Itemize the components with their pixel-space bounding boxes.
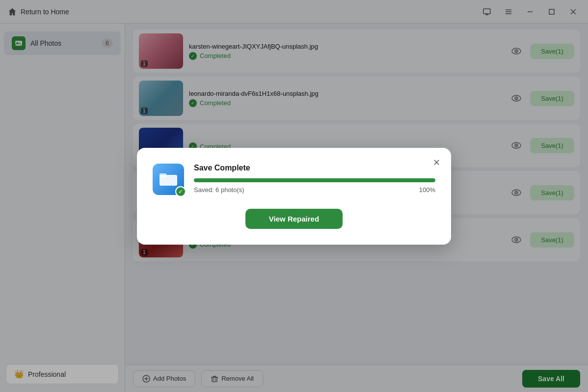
modal-close-button[interactable]: ✕ bbox=[429, 156, 443, 169]
modal-icon-inner: ✓ bbox=[153, 164, 184, 195]
modal-icon-check: ✓ bbox=[175, 186, 186, 197]
progress-bar-container bbox=[194, 178, 435, 182]
progress-info: Saved: 6 photo(s) 100% bbox=[194, 186, 435, 194]
modal-title: Save Complete bbox=[194, 164, 435, 172]
modal-close-icon: ✕ bbox=[433, 157, 440, 168]
folder-icon bbox=[160, 172, 177, 187]
modal-content: Save Complete Saved: 6 photo(s) 100% bbox=[194, 164, 435, 194]
modal-overlay: ✕ ✓ Save Complete Saved: 6 bbox=[0, 0, 588, 392]
view-repaired-button[interactable]: View Repaired bbox=[245, 209, 343, 229]
modal-footer: View Repaired bbox=[153, 209, 435, 229]
svg-rect-35 bbox=[160, 173, 166, 177]
progress-saved-text: Saved: 6 photo(s) bbox=[194, 186, 244, 194]
modal-icon: ✓ bbox=[153, 164, 184, 195]
save-complete-modal: ✕ ✓ Save Complete Saved: 6 bbox=[137, 148, 451, 245]
progress-percent: 100% bbox=[419, 186, 435, 194]
progress-bar-fill bbox=[194, 178, 435, 182]
modal-header: ✓ Save Complete Saved: 6 photo(s) 100% bbox=[153, 164, 435, 195]
